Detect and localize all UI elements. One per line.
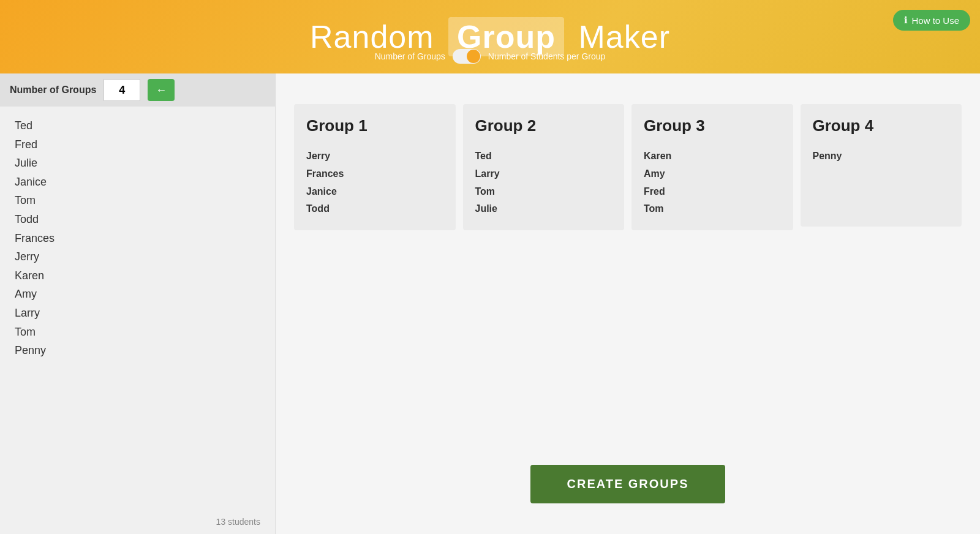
student-list: TedFredJulieJaniceTomToddFrancesJerryKar… <box>0 107 275 510</box>
app-header: Random Group Maker ℹ How to Use Number o… <box>0 0 980 73</box>
main-layout: Number of Groups ← TedFredJulieJaniceTom… <box>0 73 980 534</box>
group-member: Karen <box>644 148 781 165</box>
group-member: Penny <box>813 148 950 165</box>
group-card: Group 4Penny <box>801 104 962 227</box>
how-to-use-button[interactable]: ℹ How to Use <box>893 10 970 31</box>
student-count: 13 students <box>216 517 260 527</box>
how-to-use-label: How to Use <box>911 15 959 26</box>
student-name: Penny <box>15 341 260 360</box>
student-name: Julie <box>15 154 260 173</box>
mode-toggle[interactable] <box>453 49 481 64</box>
group-member: Tom <box>475 183 612 201</box>
groups-container: Group 1JerryFrancesJaniceToddGroup 2TedL… <box>288 92 968 453</box>
student-name: Ted <box>15 116 260 135</box>
group-member: Ted <box>475 148 612 165</box>
go-icon: ← <box>156 84 167 97</box>
group-title: Group 4 <box>813 116 950 135</box>
group-title: Group 2 <box>475 116 612 135</box>
sidebar: Number of Groups ← TedFredJulieJaniceTom… <box>0 73 276 534</box>
group-card: Group 2TedLarryTomJulie <box>463 104 625 230</box>
group-member: Fred <box>644 183 781 201</box>
student-name: Amy <box>15 285 260 304</box>
student-name: Janice <box>15 173 260 192</box>
sidebar-footer: 13 students <box>0 510 275 534</box>
toggle-right-label: Number of Students per Group <box>488 51 605 61</box>
group-member: Frances <box>306 165 443 183</box>
create-groups-label: CREATE GROUPS <box>567 477 689 491</box>
student-name: Todd <box>15 210 260 229</box>
create-button-row: CREATE GROUPS <box>288 465 968 516</box>
student-name: Larry <box>15 304 260 323</box>
group-title: Group 1 <box>306 116 443 135</box>
student-name: Jerry <box>15 247 260 266</box>
group-count-input[interactable] <box>104 79 140 101</box>
group-title: Group 3 <box>644 116 781 135</box>
group-member: Todd <box>306 200 443 218</box>
info-icon: ℹ <box>904 15 908 26</box>
group-member: Jerry <box>306 148 443 165</box>
group-member: Amy <box>644 165 781 183</box>
student-name: Frances <box>15 229 260 248</box>
student-name: Tom <box>15 191 260 210</box>
group-member: Larry <box>475 165 612 183</box>
group-member: Janice <box>306 183 443 201</box>
number-of-groups-label: Number of Groups <box>10 85 96 96</box>
mode-toggle-row: Number of Groups Number of Students per … <box>375 49 606 64</box>
content-area: Group 1JerryFrancesJaniceToddGroup 2TedL… <box>276 73 980 534</box>
student-name: Tom <box>15 323 260 342</box>
group-member: Julie <box>475 200 612 218</box>
student-name: Karen <box>15 266 260 285</box>
create-groups-button[interactable]: CREATE GROUPS <box>530 465 726 503</box>
toggle-left-label: Number of Groups <box>375 51 445 61</box>
group-card: Group 3KarenAmyFredTom <box>631 104 793 230</box>
group-card: Group 1JerryFrancesJaniceTodd <box>294 104 456 230</box>
group-member: Tom <box>644 200 781 218</box>
go-button[interactable]: ← <box>148 79 175 101</box>
student-name: Fred <box>15 135 260 154</box>
sidebar-controls: Number of Groups ← <box>0 73 275 107</box>
